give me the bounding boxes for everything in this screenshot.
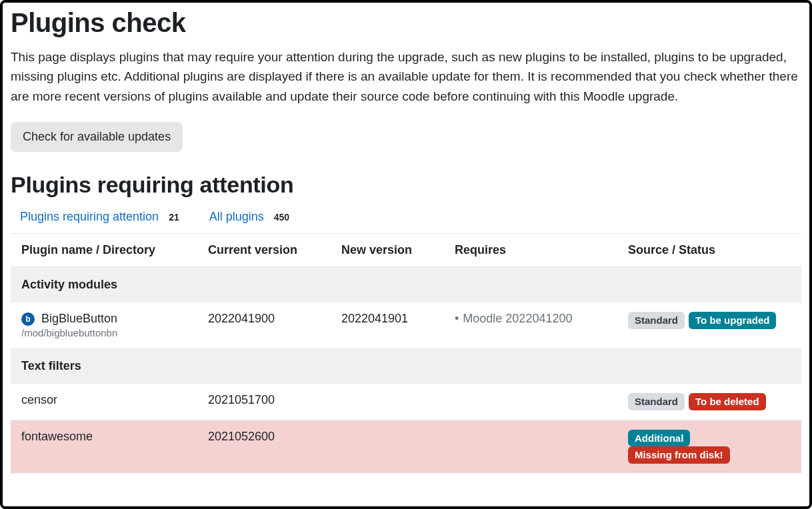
cell-current-version: 2021052600 (197, 420, 331, 473)
source-pill: Standard (628, 393, 685, 410)
cell-status: StandardTo be deleted (617, 384, 801, 420)
intro-text: This page displays plugins that may requ… (11, 47, 801, 106)
cell-requires (444, 420, 617, 473)
check-updates-button[interactable]: Check for available updates (11, 122, 183, 152)
filter-tabs: Plugins requiring attention 21 All plugi… (11, 210, 801, 233)
cell-new-version: 2022041901 (331, 302, 444, 348)
source-pill: Standard (628, 312, 685, 329)
cell-requires: •Moodle 2022041200 (444, 302, 617, 348)
plugin-icon: b (21, 312, 35, 326)
plugins-table: Plugin name / Directory Current version … (11, 233, 801, 474)
cell-name: fontawesome (11, 420, 197, 473)
cell-name: censor (11, 384, 197, 420)
th-status: Source / Status (617, 234, 801, 267)
filter-tab-label: All plugins (209, 210, 264, 224)
plugin-name: censor (21, 393, 57, 407)
filter-tab-all[interactable]: All plugins 450 (209, 210, 293, 224)
th-req: Requires (444, 234, 617, 267)
count-badge: 21 (165, 211, 183, 223)
status-pill: To be deleted (689, 393, 766, 410)
th-current: Current version (197, 234, 331, 267)
cell-current-version: 2022041900 (197, 302, 331, 348)
source-pill: Additional (628, 430, 690, 447)
filter-tab-label: Plugins requiring attention (20, 210, 159, 224)
table-row: censor2021051700StandardTo be deleted (11, 384, 801, 420)
page-title: Plugins check (11, 8, 801, 38)
plugin-directory: /mod/bigbluebuttonbn (21, 327, 187, 338)
status-pill: Missing from disk! (628, 446, 730, 464)
th-name: Plugin name / Directory (11, 234, 197, 267)
cell-requires (444, 384, 617, 420)
table-row: bBigBlueButton/mod/bigbluebuttonbn202204… (11, 302, 801, 348)
section-header: Activity modules (11, 267, 801, 303)
status-pill: To be upgraded (689, 312, 776, 329)
requires-text: Moodle 2022041200 (463, 312, 572, 325)
bullet-icon: • (455, 312, 459, 325)
filter-tab-attention[interactable]: Plugins requiring attention 21 (20, 210, 183, 224)
cell-status: AdditionalMissing from disk! (617, 420, 801, 473)
table-row: fontawesome2021052600AdditionalMissing f… (11, 420, 801, 473)
plugin-name: fontawesome (21, 430, 93, 444)
section-header: Text filters (11, 348, 801, 384)
section-title: Plugins requiring attention (11, 172, 801, 198)
plugin-name: BigBlueButton (41, 312, 117, 326)
cell-status: StandardTo be upgraded (617, 302, 801, 348)
cell-current-version: 2021051700 (197, 384, 331, 420)
count-badge: 450 (271, 211, 293, 223)
cell-name: bBigBlueButton/mod/bigbluebuttonbn (11, 302, 197, 348)
cell-new-version (331, 420, 444, 473)
cell-new-version (331, 384, 444, 420)
th-new: New version (331, 234, 444, 267)
